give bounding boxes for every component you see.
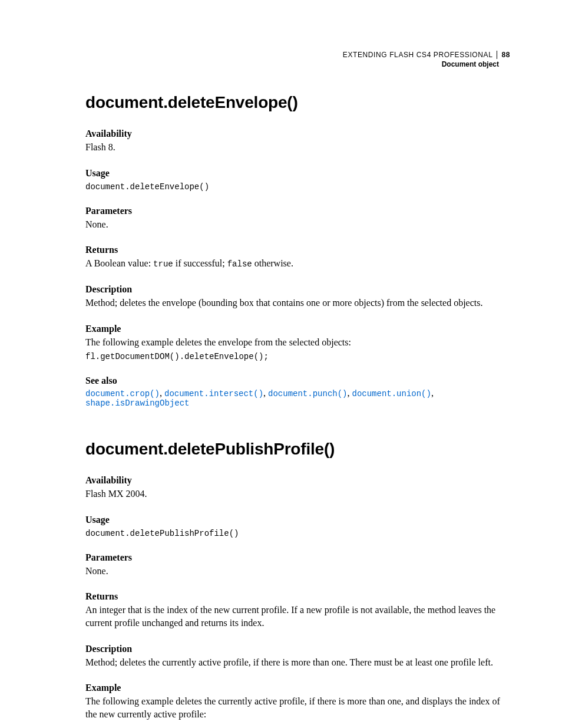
parameters-text: None.	[85, 218, 510, 231]
link-document-union[interactable]: document.union()	[352, 389, 431, 398]
example-text: The following example deletes the curren…	[85, 695, 510, 720]
parameters-text: None.	[85, 565, 510, 578]
availability-label: Availability	[85, 475, 510, 486]
returns-label: Returns	[85, 591, 510, 602]
returns-true-code: true	[153, 259, 173, 269]
running-header: EXTENDING FLASH CS4 PROFESSIONAL 88 Docu…	[343, 51, 510, 68]
availability-text: Flash 8.	[85, 141, 510, 154]
description-text: Method; deletes the currently active pro…	[85, 656, 510, 669]
availability-label: Availability	[85, 129, 510, 139]
separator: ,	[263, 388, 268, 398]
usage-label: Usage	[85, 515, 510, 525]
api-title-delete-publish-profile: document.deletePublishProfile()	[85, 440, 510, 459]
separator: ,	[160, 388, 164, 398]
example-text: The following example deletes the envelo…	[85, 336, 510, 349]
example-label: Example	[85, 683, 510, 693]
usage-code: document.deleteEnvelope()	[85, 182, 510, 192]
link-shape-isdrawingobject[interactable]: shape.isDrawingObject	[85, 398, 189, 408]
book-title: EXTENDING FLASH CS4 PROFESSIONAL	[343, 51, 497, 59]
returns-false-code: false	[227, 259, 252, 269]
example-code: fl.getDocumentDOM().deleteEnvelope();	[85, 352, 510, 361]
example-label: Example	[85, 324, 510, 334]
returns-text: A Boolean value: true if successful; fal…	[85, 257, 510, 270]
parameters-label: Parameters	[85, 206, 510, 216]
description-label: Description	[85, 284, 510, 295]
returns-prefix: A Boolean value:	[85, 258, 153, 268]
parameters-label: Parameters	[85, 552, 510, 563]
chapter-name: Document object	[442, 60, 510, 68]
availability-text: Flash MX 2004.	[85, 487, 510, 500]
page: EXTENDING FLASH CS4 PROFESSIONAL 88 Docu…	[0, 0, 562, 728]
returns-text: An integer that is the index of the new …	[85, 604, 510, 629]
usage-code: document.deletePublishProfile()	[85, 529, 510, 538]
link-document-crop[interactable]: document.crop()	[85, 389, 160, 398]
link-document-intersect[interactable]: document.intersect()	[164, 389, 263, 398]
returns-label: Returns	[85, 245, 510, 255]
api-title-delete-envelope: document.deleteEnvelope()	[85, 93, 510, 112]
separator: ,	[431, 388, 434, 398]
seealso-links: document.crop(), document.intersect(), d…	[85, 388, 510, 408]
content-body: document.deleteEnvelope() Availability F…	[85, 93, 510, 720]
returns-mid: if successful;	[173, 258, 227, 268]
page-number: 88	[497, 51, 510, 59]
header-row: EXTENDING FLASH CS4 PROFESSIONAL 88	[343, 51, 510, 59]
usage-label: Usage	[85, 168, 510, 179]
seealso-label: See also	[85, 375, 510, 386]
link-document-punch[interactable]: document.punch()	[268, 389, 347, 398]
description-text: Method; deletes the envelope (bounding b…	[85, 297, 510, 309]
returns-suffix: otherwise.	[252, 258, 293, 268]
description-label: Description	[85, 644, 510, 654]
